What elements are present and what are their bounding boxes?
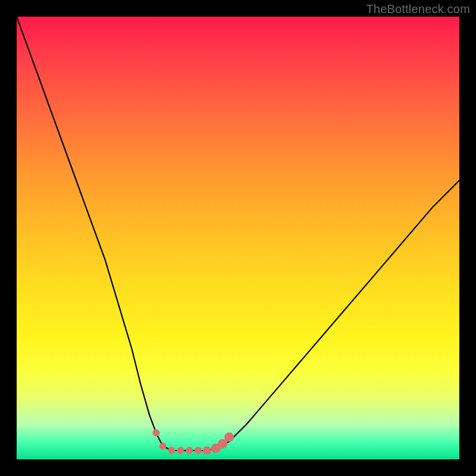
valley-marker xyxy=(152,429,159,436)
valley-marker xyxy=(168,447,175,454)
valley-marker xyxy=(159,443,167,450)
valley-marker xyxy=(177,447,184,454)
watermark-text: TheBottleneck.com xyxy=(366,2,470,16)
valley-marker xyxy=(186,447,193,454)
plot-area xyxy=(17,17,459,459)
valley-marker xyxy=(203,446,211,455)
chart-frame: TheBottleneck.com xyxy=(0,0,476,476)
valley-marker xyxy=(195,447,202,454)
curve-layer xyxy=(17,17,459,459)
valley-marker xyxy=(224,433,234,442)
bottleneck-curve xyxy=(17,17,459,450)
